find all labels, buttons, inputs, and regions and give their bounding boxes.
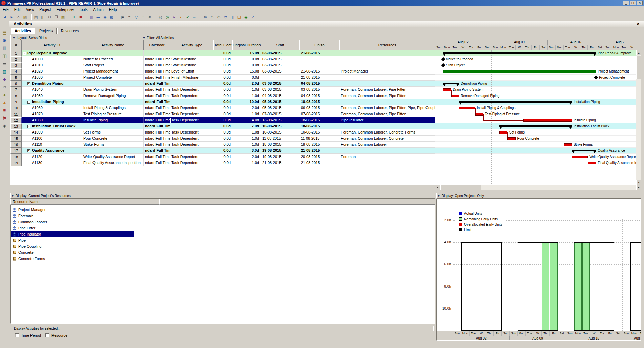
calendar-cell[interactable]: ndard Full Time (144, 105, 170, 111)
activity-id-cell[interactable]: A1000 (22, 56, 82, 62)
toolbar-filter-icon[interactable]: ▽ (133, 14, 140, 20)
finish-cell[interactable]: 20-08-2015 (299, 154, 339, 160)
timescale-day[interactable]: W (516, 45, 524, 50)
calendar-cell[interactable]: ndard Full Time (144, 81, 170, 87)
group-band-cell[interactable]: -Installation Piping (22, 99, 144, 105)
gantt-timescale[interactable]: Aug 02SunMonTueWThrFriSatAug 09SunMonTue… (435, 40, 636, 50)
minimize-button[interactable]: _ (623, 1, 629, 5)
total-float-cell[interactable]: 0.0d (213, 123, 232, 129)
calendar-cell[interactable] (144, 50, 170, 56)
activity-type-cell[interactable] (170, 50, 213, 56)
start-cell[interactable]: 03-08-2015 (261, 81, 299, 87)
usage-axis-day[interactable]: Sun (566, 331, 574, 336)
summary-bar[interactable] (572, 150, 596, 151)
filter-label[interactable]: Filter: All Activities (147, 36, 174, 40)
activity-name-cell[interactable]: Project Complete (82, 75, 144, 81)
finish-cell[interactable]: 18-08-2015 (299, 142, 339, 148)
group-band-cell[interactable]: -Installation Thrust Block (22, 123, 144, 129)
start-cell[interactable]: 07-08-2015 (261, 111, 299, 117)
calendar-cell[interactable]: ndard Full Time (144, 111, 170, 117)
gantt-vertical-scrollbar[interactable]: ▲ ▼ (636, 50, 641, 185)
original-duration-cell[interactable]: 1.0d (232, 93, 261, 99)
toolbar-zoom-out-icon[interactable]: ⊖ (209, 14, 215, 20)
timescale-day[interactable]: Thr (467, 45, 475, 50)
finish-cell[interactable]: 18-08-2015 (299, 117, 339, 123)
original-duration-cell[interactable]: 1.0d (232, 142, 261, 148)
summary-bar[interactable] (443, 52, 596, 54)
usage-axis-day[interactable]: Sat (558, 331, 566, 336)
original-duration-cell[interactable]: 15.0d (232, 68, 261, 75)
calendar-cell[interactable]: ndard Full Time (144, 136, 170, 142)
toolbar-comment-icon[interactable]: ❑ (236, 14, 243, 20)
activity-row[interactable]: 11A1070Test Piping at Pressurendard Full… (10, 111, 435, 117)
usage-axis-week[interactable]: Aug 02 (453, 336, 510, 341)
activity-id-cell[interactable]: A1130 (22, 160, 82, 166)
timescale-day[interactable]: Sun (435, 45, 443, 50)
toolbar-help-icon[interactable]: ? (249, 14, 256, 20)
original-duration-cell[interactable]: 0.0d (232, 62, 261, 68)
usage-axis-day[interactable]: Fri (550, 331, 558, 336)
original-duration-cell[interactable]: 2.0d (232, 154, 261, 160)
menu-enterprise[interactable]: Enterprise (54, 6, 76, 13)
finish-cell[interactable]: 21-08-2015 (299, 50, 339, 56)
toolbar-row-numbers-icon[interactable]: # (146, 14, 153, 20)
menu-file[interactable]: File (0, 6, 12, 13)
task-bar[interactable] (564, 143, 572, 146)
sidebar-activities-icon[interactable]: ▦ (1, 68, 8, 75)
activity-row[interactable]: 4A1020Project Managementndard Full TimeL… (10, 68, 435, 75)
activity-row[interactable]: 2A1000Notice to Proceedndard Full TimeSt… (10, 56, 435, 62)
calendar-cell[interactable]: ndard Full Time (144, 160, 170, 166)
toolbar-delete-icon[interactable]: ✖ (77, 14, 84, 20)
activity-id-cell[interactable]: A1100 (22, 136, 82, 142)
menu-project[interactable]: Project (37, 6, 54, 13)
row-number-cell[interactable]: 19 (10, 160, 22, 166)
activity-id-cell[interactable]: A1060 (22, 105, 82, 111)
activity-row[interactable]: 16A1110Strike Formsndard Full TimeTask D… (10, 142, 435, 148)
checkbox-icon[interactable] (15, 333, 19, 337)
toolbar-target-icon[interactable]: ◉ (243, 14, 249, 20)
sidebar-tracking-icon[interactable]: ◫ (1, 52, 8, 59)
activity-name-cell[interactable]: Strike Forms (82, 142, 144, 148)
activity-id-cell[interactable]: A1030 (22, 75, 82, 81)
timescale-day[interactable]: Sat (540, 45, 548, 50)
row-number-cell[interactable]: 4 (10, 68, 22, 75)
group-band-cell[interactable]: -Pipe Repair & Improve (22, 50, 144, 56)
activity-name-cell[interactable]: Install Piping & Couplings (82, 105, 144, 111)
usage-axis-day[interactable]: Tue (470, 331, 478, 336)
activity-type-cell[interactable] (170, 123, 213, 129)
sidebar-projects-icon[interactable]: ▤ (1, 29, 8, 36)
timescale-day[interactable]: Mon (443, 45, 451, 50)
usage-axis-day[interactable]: Sun (453, 331, 461, 336)
expander-icon[interactable]: - (27, 82, 30, 85)
calendar-cell[interactable]: ndard Full Time (144, 56, 170, 62)
usage-axis-day[interactable]: Thr (598, 331, 606, 336)
row-number-cell[interactable]: 15 (10, 136, 22, 142)
activity-id-cell[interactable]: A1010 (22, 62, 82, 68)
timescale-week[interactable]: Aug 2 (604, 40, 636, 45)
task-bar[interactable] (572, 156, 588, 158)
scroll-left-icon[interactable]: ◄ (435, 185, 440, 190)
original-duration-cell[interactable]: 1.0d (232, 129, 261, 136)
original-duration-cell[interactable]: 1.0d (232, 87, 261, 93)
finish-cell[interactable]: 18-08-2015 (299, 99, 339, 105)
usage-axis-day[interactable]: Tue (638, 331, 641, 336)
start-cell[interactable]: 19-08-2015 (261, 148, 299, 154)
usage-axis-day[interactable]: W (590, 331, 598, 336)
filter-options-icon[interactable]: ▾ (142, 36, 146, 40)
finish-cell[interactable] (299, 62, 339, 68)
total-float-cell[interactable]: 0.0d (213, 50, 232, 56)
resources-cell[interactable] (339, 99, 435, 105)
toolbar-collapse-expand-icon[interactable]: ⇄ (222, 14, 229, 20)
usage-axis-day[interactable]: Mon (630, 331, 639, 336)
total-float-cell[interactable]: 0.0d (213, 148, 232, 154)
timescale-day[interactable]: Fri (588, 45, 596, 50)
toolbar-split-icon[interactable]: ◫ (229, 14, 236, 20)
start-cell[interactable]: 21-08-2015 (261, 160, 299, 166)
usage-axis-week[interactable]: Aug 09 (510, 336, 566, 341)
finish-cell[interactable]: 21-08-2015 (299, 148, 339, 154)
row-number-cell[interactable]: 12 (10, 117, 22, 123)
timescale-day[interactable]: Sun (604, 45, 612, 50)
start-cell[interactable]: 03-08-2015 (261, 87, 299, 93)
timescale-day[interactable]: Tue (620, 45, 628, 50)
total-float-cell[interactable]: 0.0d (213, 68, 232, 75)
